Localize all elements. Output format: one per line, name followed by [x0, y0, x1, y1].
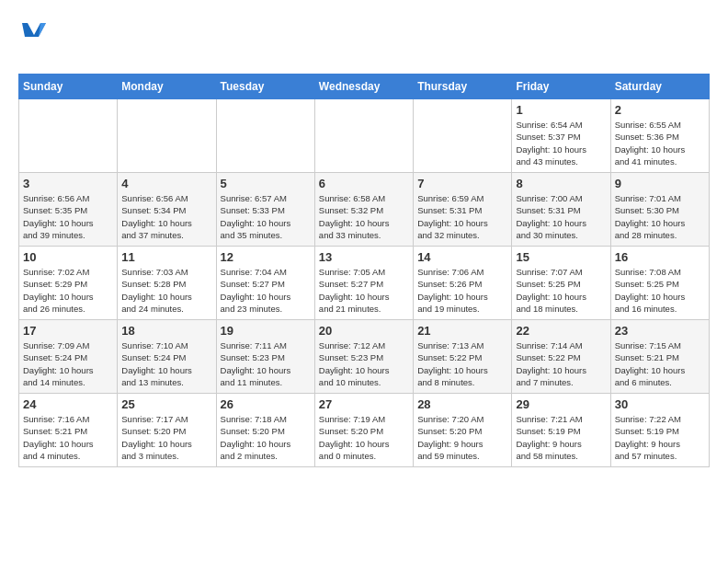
day-info: Sunrise: 7:16 AM Sunset: 5:21 PM Dayligh…: [23, 413, 113, 462]
day-number: 15: [516, 250, 606, 264]
day-info: Sunrise: 6:56 AM Sunset: 5:34 PM Dayligh…: [121, 192, 211, 241]
day-info: Sunrise: 6:59 AM Sunset: 5:31 PM Dayligh…: [417, 192, 507, 241]
day-number: 23: [615, 324, 705, 338]
calendar-cell: 27Sunrise: 7:19 AM Sunset: 5:20 PM Dayli…: [314, 394, 413, 467]
day-number: 27: [319, 397, 409, 411]
day-info: Sunrise: 7:12 AM Sunset: 5:23 PM Dayligh…: [319, 339, 409, 388]
day-number: 28: [417, 397, 507, 411]
calendar-cell: [414, 99, 512, 173]
calendar-cell: 8Sunrise: 7:00 AM Sunset: 5:31 PM Daylig…: [512, 173, 610, 247]
day-number: 18: [121, 324, 211, 338]
calendar-cell: 4Sunrise: 6:56 AM Sunset: 5:34 PM Daylig…: [118, 173, 216, 247]
calendar-cell: 22Sunrise: 7:14 AM Sunset: 5:22 PM Dayli…: [512, 320, 610, 394]
weekday-header-saturday: Saturday: [610, 75, 709, 99]
day-info: Sunrise: 7:06 AM Sunset: 5:26 PM Dayligh…: [417, 266, 507, 315]
calendar-cell: 28Sunrise: 7:20 AM Sunset: 5:20 PM Dayli…: [414, 394, 512, 467]
calendar-cell: 10Sunrise: 7:02 AM Sunset: 5:29 PM Dayli…: [19, 247, 118, 320]
day-info: Sunrise: 7:19 AM Sunset: 5:20 PM Dayligh…: [319, 413, 409, 462]
calendar-cell: 21Sunrise: 7:13 AM Sunset: 5:22 PM Dayli…: [414, 320, 512, 394]
day-info: Sunrise: 6:54 AM Sunset: 5:37 PM Dayligh…: [516, 119, 606, 167]
logo: [18, 18, 48, 64]
day-number: 16: [615, 250, 705, 264]
logo-icon: [20, 18, 48, 40]
day-number: 2: [615, 103, 705, 117]
day-number: 6: [319, 177, 409, 190]
day-info: Sunrise: 7:05 AM Sunset: 5:27 PM Dayligh…: [319, 266, 409, 315]
calendar-cell: 30Sunrise: 7:22 AM Sunset: 5:19 PM Dayli…: [610, 394, 709, 467]
day-number: 24: [23, 397, 113, 411]
day-info: Sunrise: 6:57 AM Sunset: 5:33 PM Dayligh…: [221, 192, 311, 241]
calendar-table: SundayMondayTuesdayWednesdayThursdayFrid…: [18, 74, 710, 467]
day-number: 12: [221, 250, 311, 264]
day-info: Sunrise: 7:17 AM Sunset: 5:20 PM Dayligh…: [121, 413, 211, 462]
page-header: [18, 18, 710, 64]
day-info: Sunrise: 6:58 AM Sunset: 5:32 PM Dayligh…: [319, 192, 409, 241]
calendar-cell: [314, 99, 413, 173]
calendar-cell: 9Sunrise: 7:01 AM Sunset: 5:30 PM Daylig…: [610, 173, 709, 247]
day-info: Sunrise: 7:02 AM Sunset: 5:29 PM Dayligh…: [23, 266, 113, 315]
day-number: 11: [121, 250, 211, 264]
day-number: 17: [23, 324, 113, 338]
day-info: Sunrise: 7:00 AM Sunset: 5:31 PM Dayligh…: [516, 192, 606, 241]
calendar-cell: 18Sunrise: 7:10 AM Sunset: 5:24 PM Dayli…: [118, 320, 216, 394]
calendar-cell: 13Sunrise: 7:05 AM Sunset: 5:27 PM Dayli…: [314, 247, 413, 320]
weekday-header-friday: Friday: [512, 75, 610, 99]
day-info: Sunrise: 7:18 AM Sunset: 5:20 PM Dayligh…: [221, 413, 311, 462]
calendar-cell: 3Sunrise: 6:56 AM Sunset: 5:35 PM Daylig…: [19, 173, 118, 247]
day-info: Sunrise: 7:20 AM Sunset: 5:20 PM Dayligh…: [417, 413, 507, 462]
calendar-week-1: 1Sunrise: 6:54 AM Sunset: 5:37 PM Daylig…: [19, 99, 710, 173]
day-number: 21: [417, 324, 507, 338]
day-number: 5: [221, 177, 311, 190]
calendar-cell: 17Sunrise: 7:09 AM Sunset: 5:24 PM Dayli…: [19, 320, 118, 394]
calendar-week-3: 10Sunrise: 7:02 AM Sunset: 5:29 PM Dayli…: [19, 247, 710, 320]
calendar-cell: 14Sunrise: 7:06 AM Sunset: 5:26 PM Dayli…: [414, 247, 512, 320]
day-number: 26: [221, 397, 311, 411]
day-info: Sunrise: 7:04 AM Sunset: 5:27 PM Dayligh…: [221, 266, 311, 315]
day-info: Sunrise: 7:03 AM Sunset: 5:28 PM Dayligh…: [121, 266, 211, 315]
calendar-cell: 25Sunrise: 7:17 AM Sunset: 5:20 PM Dayli…: [118, 394, 216, 467]
day-number: 13: [319, 250, 409, 264]
day-info: Sunrise: 7:13 AM Sunset: 5:22 PM Dayligh…: [417, 339, 507, 388]
calendar-cell: 7Sunrise: 6:59 AM Sunset: 5:31 PM Daylig…: [414, 173, 512, 247]
calendar-week-5: 24Sunrise: 7:16 AM Sunset: 5:21 PM Dayli…: [19, 394, 710, 467]
day-info: Sunrise: 7:21 AM Sunset: 5:19 PM Dayligh…: [516, 413, 606, 462]
day-number: 19: [221, 324, 311, 338]
calendar-cell: [19, 99, 118, 173]
calendar-cell: 23Sunrise: 7:15 AM Sunset: 5:21 PM Dayli…: [610, 320, 709, 394]
day-info: Sunrise: 7:08 AM Sunset: 5:25 PM Dayligh…: [615, 266, 705, 315]
day-info: Sunrise: 7:09 AM Sunset: 5:24 PM Dayligh…: [23, 339, 113, 388]
calendar-cell: 1Sunrise: 6:54 AM Sunset: 5:37 PM Daylig…: [512, 99, 610, 173]
calendar-cell: 16Sunrise: 7:08 AM Sunset: 5:25 PM Dayli…: [610, 247, 709, 320]
calendar-cell: 24Sunrise: 7:16 AM Sunset: 5:21 PM Dayli…: [19, 394, 118, 467]
day-number: 10: [23, 250, 113, 264]
day-number: 14: [417, 250, 507, 264]
day-number: 30: [615, 397, 705, 411]
day-info: Sunrise: 7:22 AM Sunset: 5:19 PM Dayligh…: [615, 413, 705, 462]
calendar-cell: 11Sunrise: 7:03 AM Sunset: 5:28 PM Dayli…: [118, 247, 216, 320]
calendar-cell: [118, 99, 216, 173]
weekday-header-thursday: Thursday: [414, 75, 512, 99]
calendar-cell: [216, 99, 314, 173]
calendar-cell: 5Sunrise: 6:57 AM Sunset: 5:33 PM Daylig…: [216, 173, 314, 247]
weekday-header-sunday: Sunday: [19, 75, 118, 99]
calendar-cell: 6Sunrise: 6:58 AM Sunset: 5:32 PM Daylig…: [314, 173, 413, 247]
day-number: 22: [516, 324, 606, 338]
day-number: 3: [23, 177, 113, 190]
weekday-header-tuesday: Tuesday: [216, 75, 314, 99]
calendar-week-4: 17Sunrise: 7:09 AM Sunset: 5:24 PM Dayli…: [19, 320, 710, 394]
calendar-cell: 29Sunrise: 7:21 AM Sunset: 5:19 PM Dayli…: [512, 394, 610, 467]
calendar-cell: 20Sunrise: 7:12 AM Sunset: 5:23 PM Dayli…: [314, 320, 413, 394]
day-info: Sunrise: 7:14 AM Sunset: 5:22 PM Dayligh…: [516, 339, 606, 388]
day-info: Sunrise: 6:55 AM Sunset: 5:36 PM Dayligh…: [615, 119, 705, 167]
calendar-cell: 2Sunrise: 6:55 AM Sunset: 5:36 PM Daylig…: [610, 99, 709, 173]
calendar-cell: 19Sunrise: 7:11 AM Sunset: 5:23 PM Dayli…: [216, 320, 314, 394]
day-info: Sunrise: 7:10 AM Sunset: 5:24 PM Dayligh…: [121, 339, 211, 388]
day-number: 29: [516, 397, 606, 411]
day-info: Sunrise: 7:15 AM Sunset: 5:21 PM Dayligh…: [615, 339, 705, 388]
day-number: 4: [121, 177, 211, 190]
day-number: 25: [121, 397, 211, 411]
day-number: 1: [516, 103, 606, 117]
day-number: 9: [615, 177, 705, 190]
day-info: Sunrise: 7:11 AM Sunset: 5:23 PM Dayligh…: [221, 339, 311, 388]
calendar-header-row: SundayMondayTuesdayWednesdayThursdayFrid…: [19, 75, 710, 99]
